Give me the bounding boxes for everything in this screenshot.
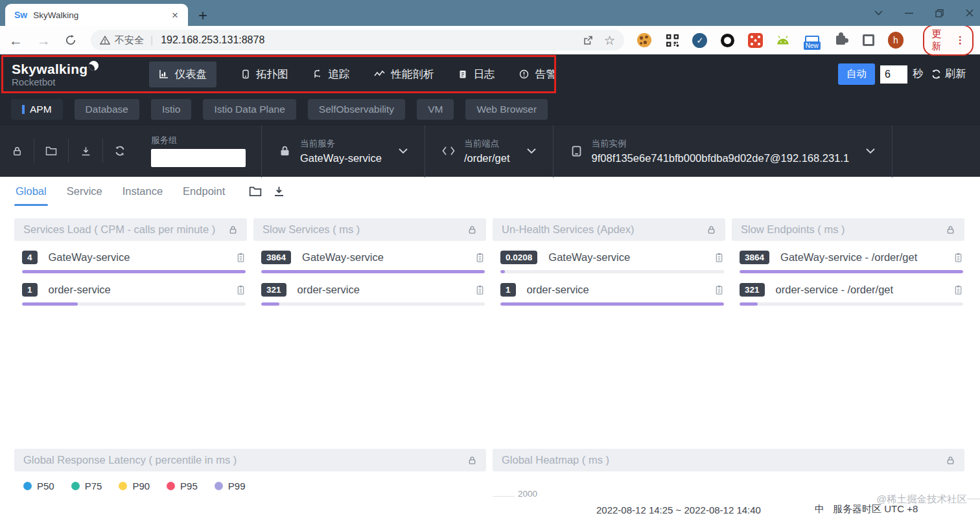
folder-icon[interactable] <box>249 186 262 197</box>
group-web-browser[interactable]: Web Browser <box>465 99 548 120</box>
tab-global[interactable]: Global <box>16 177 47 206</box>
service-name: GateWay-service <box>548 251 714 264</box>
lock-icon[interactable] <box>467 225 477 235</box>
url-text[interactable]: 192.168.253.131:8878 <box>161 34 572 46</box>
tab-search-icon[interactable] <box>874 10 883 16</box>
value-badge: 3864 <box>740 251 769 264</box>
check-extension-icon[interactable]: ✓ <box>692 33 709 48</box>
copy-clipboard-icon[interactable] <box>236 252 246 263</box>
extensions-puzzle-icon[interactable] <box>832 36 850 45</box>
current-service-selector[interactable]: 当前服务 GateWay-service <box>261 125 425 177</box>
chevron-down-icon[interactable] <box>399 148 408 154</box>
legend-item-p75[interactable]: P75 <box>71 480 102 492</box>
reader-frame-icon[interactable] <box>860 34 878 46</box>
group-istio[interactable]: Istio <box>151 99 191 120</box>
tab-endpoint[interactable]: Endpoint <box>183 177 225 206</box>
lock-icon[interactable] <box>946 225 955 235</box>
copy-clipboard-icon[interactable] <box>236 284 246 295</box>
progress-fill <box>500 270 505 273</box>
nav-dashboard[interactable]: 仪表盘 <box>149 62 216 87</box>
nav-alarm[interactable]: 告警 <box>519 67 556 82</box>
legend-dot <box>23 482 32 490</box>
list-item[interactable]: 0.0208 GateWay-service <box>500 251 724 264</box>
minimize-icon[interactable] <box>905 12 913 14</box>
endpoint-name: GateWay-service - /order/get <box>780 251 953 264</box>
group-apm[interactable]: APM <box>11 99 63 120</box>
security-label[interactable]: 不安全 <box>115 34 144 47</box>
group-istio-data-plane[interactable]: Istio Data Plane <box>203 99 296 120</box>
new-tab-button[interactable]: + <box>198 8 207 23</box>
legend-item-p50[interactable]: P50 <box>23 480 54 492</box>
browser-menu-icon[interactable]: ⋮ <box>955 34 965 46</box>
copy-clipboard-icon[interactable] <box>475 252 485 263</box>
folder-templates-icon[interactable] <box>34 138 68 164</box>
value-badge: 321 <box>261 283 286 297</box>
group-self-observability[interactable]: SelfObservability <box>308 99 405 120</box>
browser-tab[interactable]: Sw SkyWalking × <box>5 4 188 26</box>
group-database[interactable]: Database <box>75 99 139 120</box>
list-item[interactable]: 321 order-service - /order/get <box>740 283 963 297</box>
refresh-button[interactable]: 刷新 <box>931 67 966 81</box>
copy-clipboard-icon[interactable] <box>714 284 724 295</box>
lock-dashboard-icon[interactable] <box>0 138 34 164</box>
copy-clipboard-icon[interactable] <box>953 252 963 263</box>
group-istio-label: Istio <box>162 104 180 115</box>
list-item[interactable]: 1 order-service <box>500 283 724 297</box>
bookmark-star-icon[interactable]: ☆ <box>604 33 615 48</box>
language-toggle[interactable]: 中 <box>815 503 824 515</box>
service-group-input[interactable] <box>151 149 246 167</box>
current-service-label: 当前服务 <box>300 138 382 150</box>
tab-instance[interactable]: Instance <box>122 177 163 206</box>
group-vm[interactable]: VM <box>417 99 454 120</box>
list-item[interactable]: 1 order-service <box>22 283 246 297</box>
qr-code-extension-icon[interactable] <box>664 34 681 47</box>
back-icon[interactable]: ← <box>9 34 23 47</box>
list-item[interactable]: 3864 GateWay-service - /order/get <box>740 251 963 264</box>
cookie-extension-icon[interactable] <box>636 33 653 47</box>
tab-close-icon[interactable]: × <box>169 8 181 22</box>
export-download-icon[interactable] <box>69 138 102 164</box>
legend-item-p95[interactable]: P95 <box>167 480 198 492</box>
list-item[interactable]: 3864 GateWay-service <box>261 251 485 264</box>
current-endpoint-selector[interactable]: 当前端点 /order/get <box>425 125 553 177</box>
lock-icon[interactable] <box>946 455 955 466</box>
endpoint-name: order-service - /order/get <box>776 284 953 296</box>
android-extension-icon[interactable] <box>775 35 792 45</box>
restore-icon[interactable] <box>935 9 944 17</box>
reload-data-icon[interactable] <box>103 138 137 164</box>
legend-item-p90[interactable]: P90 <box>119 480 150 492</box>
nav-topology[interactable]: 拓扑图 <box>241 67 288 82</box>
copy-clipboard-icon[interactable] <box>475 284 485 295</box>
legend-item-p99[interactable]: P99 <box>215 480 246 492</box>
list-item[interactable]: 321 order-service <box>261 283 485 297</box>
share-icon[interactable] <box>583 35 594 46</box>
profile-avatar[interactable]: h <box>888 32 904 49</box>
forward-icon[interactable]: → <box>37 34 51 47</box>
auto-refresh-button[interactable]: 自动 <box>838 63 875 85</box>
chevron-down-icon[interactable] <box>527 148 536 154</box>
service-name: order-service <box>49 284 236 296</box>
copy-clipboard-icon[interactable] <box>953 284 963 295</box>
tab-service[interactable]: Service <box>67 177 102 206</box>
nav-trace[interactable]: 追踪 <box>312 67 349 82</box>
list-item[interactable]: 4 GateWay-service <box>22 251 246 264</box>
refresh-seconds-input[interactable] <box>880 65 907 84</box>
not-secure-icon[interactable] <box>100 36 110 45</box>
download-icon[interactable] <box>273 185 285 198</box>
copy-clipboard-icon[interactable] <box>714 252 724 263</box>
lock-icon[interactable] <box>467 455 477 466</box>
reload-icon[interactable] <box>65 34 76 46</box>
current-instance-selector[interactable]: 当前实例 9f08f135e6e741bfb000bfdba9d02de7@19… <box>553 125 892 177</box>
chrome-update-button[interactable]: 更新 ⋮ <box>923 25 974 56</box>
screenshot-extension-icon[interactable]: New <box>802 31 822 49</box>
chevron-down-icon[interactable] <box>866 148 875 154</box>
ring-extension-icon[interactable] <box>719 34 736 47</box>
dice-extension-icon[interactable] <box>747 33 764 48</box>
lock-icon[interactable] <box>706 225 716 235</box>
nav-profile[interactable]: 性能剖析 <box>374 67 434 82</box>
time-range[interactable]: 2022-08-12 14:25 ~ 2022-08-12 14:40 <box>596 504 761 515</box>
nav-log[interactable]: 日志 <box>458 67 495 82</box>
lock-icon[interactable] <box>228 225 238 235</box>
close-icon[interactable] <box>966 9 974 17</box>
address-bar[interactable]: 不安全 | 192.168.253.131:8878 ☆ <box>91 30 624 51</box>
